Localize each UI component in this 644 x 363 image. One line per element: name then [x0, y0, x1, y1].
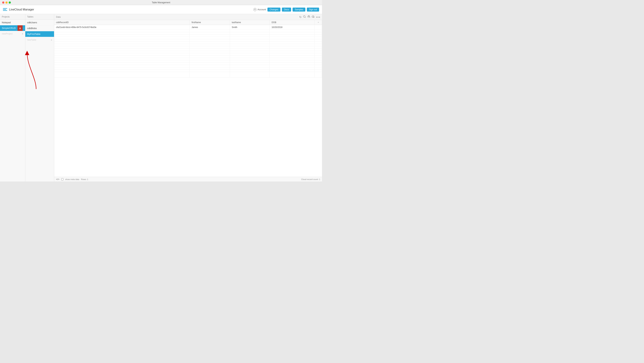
cloud-record-count: Cloud record count: 1 — [301, 178, 320, 180]
table-row-empty-17 — [54, 67, 322, 70]
project-download-button[interactable] — [18, 25, 22, 31]
main-area: Projects Notepad SimpleCRUD ‹ newProject — [0, 14, 322, 181]
table-item-cdbusers[interactable]: cdbUsers — [25, 20, 54, 25]
rows-count: Rows: 1 — [81, 178, 88, 180]
table-row-empty-16 — [54, 65, 322, 67]
table-row[interactable]: cfa31edd-6dcd-499e-8470-5c0c6374bd3e Jam… — [54, 25, 322, 30]
data-header: Data — [56, 16, 60, 18]
title-bar: Table Management — [0, 0, 322, 5]
toolbar-right: ↻ — [299, 15, 320, 19]
project-collapse-button[interactable]: ‹ — [22, 25, 25, 31]
table-row-empty-8 — [54, 46, 322, 48]
table-header-row: cdbRecordID firstName lastName DOB + — [54, 20, 322, 25]
table-row-empty-10 — [54, 51, 322, 53]
cell-firstname: James — [190, 25, 230, 30]
projects-panel: Projects Notepad SimpleCRUD ‹ newProject — [0, 14, 25, 181]
add-table-icon: + — [51, 38, 52, 41]
table-row-empty-6 — [54, 41, 322, 44]
table-row-empty-18 — [54, 70, 322, 72]
data-table: cdbRecordID firstName lastName DOB + — [54, 20, 322, 77]
col-firstname: firstName — [190, 20, 230, 25]
table-row-empty-5 — [54, 39, 322, 41]
table-item-cdbblobs[interactable]: cdbBlobs — [25, 25, 54, 31]
search-icon[interactable] — [303, 15, 306, 19]
table-row-empty-11 — [54, 53, 322, 56]
cell-empty-5 — [315, 25, 322, 30]
logo-line-3 — [3, 10, 7, 11]
project-item-notepad[interactable]: Notepad — [0, 20, 25, 25]
project-actions: ‹ — [18, 25, 25, 31]
data-table-container: cdbRecordID firstName lastName DOB + — [54, 20, 322, 177]
account-link[interactable]: Account — [253, 8, 266, 11]
table-new[interactable]: newTable + — [25, 37, 54, 43]
nav-right: Account Changes Docs Samples Sign out — [253, 7, 319, 11]
cell-lastname: Smith — [230, 25, 270, 30]
upload-cloud-icon[interactable] — [307, 15, 310, 19]
data-panel: Data ↻ — [54, 14, 322, 181]
table-item-myfirsttable[interactable]: MyFirstTable — [25, 31, 54, 37]
nav-bar: LiveCloud Manager Account Changes Docs S… — [0, 5, 322, 14]
table-row-empty-4 — [54, 37, 322, 39]
minimize-button[interactable] — [6, 1, 8, 3]
cell-cdbrecordid: cfa31edd-6dcd-499e-8470-5c0c6374bd3e — [54, 25, 190, 30]
refresh-icon[interactable]: ↻ — [299, 15, 302, 19]
table-row-empty-1 — [54, 30, 322, 32]
split-icon[interactable]: ⟺ — [316, 15, 320, 19]
logo-icon — [3, 8, 7, 11]
bottom-bar: </> show meta data Rows: 1 Cloud record … — [54, 177, 322, 181]
logo-line-2 — [3, 9, 6, 10]
cell-dob: 10/20/2018 — [270, 25, 314, 30]
add-col-header[interactable]: + — [315, 20, 322, 25]
logo: LiveCloud Manager — [3, 8, 34, 11]
tables-panel: Tables cdbUsers cdbBlobs MyFirstTable ne… — [25, 14, 54, 181]
col-cdbrecordid: cdbRecordID — [54, 20, 190, 25]
table-row-empty-9 — [54, 48, 322, 51]
projects-header: Projects — [0, 14, 25, 20]
add-project-icon: + — [22, 32, 23, 35]
logo-text: LiveCloud Manager — [9, 8, 34, 11]
tables-header: Tables — [25, 14, 54, 20]
changes-button[interactable]: Changes — [268, 7, 280, 11]
table-row-empty-2 — [54, 32, 322, 34]
show-meta-checkbox[interactable] — [61, 178, 64, 180]
col-dob: DOB — [270, 20, 314, 25]
docs-button[interactable]: Docs — [282, 7, 291, 11]
close-button[interactable] — [2, 1, 4, 3]
account-icon — [253, 8, 256, 11]
table-row-empty-15 — [54, 63, 322, 65]
logo-line-1 — [3, 8, 7, 9]
data-toolbar: Data ↻ — [54, 14, 322, 20]
samples-button[interactable]: Samples — [292, 7, 306, 11]
table-row-empty-12 — [54, 56, 322, 58]
col-lastname: lastName — [230, 20, 270, 25]
project-new[interactable]: newProject + — [0, 31, 25, 37]
download-cloud-icon[interactable] — [312, 15, 314, 19]
simplecrud-row: SimpleCRUD ‹ — [0, 25, 25, 31]
sign-out-button[interactable]: Sign out — [307, 7, 319, 11]
show-meta-label: show meta data — [65, 178, 79, 180]
window-title: Table Management — [152, 1, 170, 4]
code-icon[interactable]: </> — [56, 178, 60, 181]
table-row-empty-7 — [54, 44, 322, 46]
account-label: Account — [258, 8, 266, 11]
table-row-empty-13 — [54, 58, 322, 60]
table-row-empty-14 — [54, 60, 322, 63]
table-row-empty-19 — [54, 72, 322, 77]
window-controls — [2, 1, 11, 3]
maximize-button[interactable] — [9, 1, 11, 3]
table-row-empty-3 — [54, 34, 322, 37]
